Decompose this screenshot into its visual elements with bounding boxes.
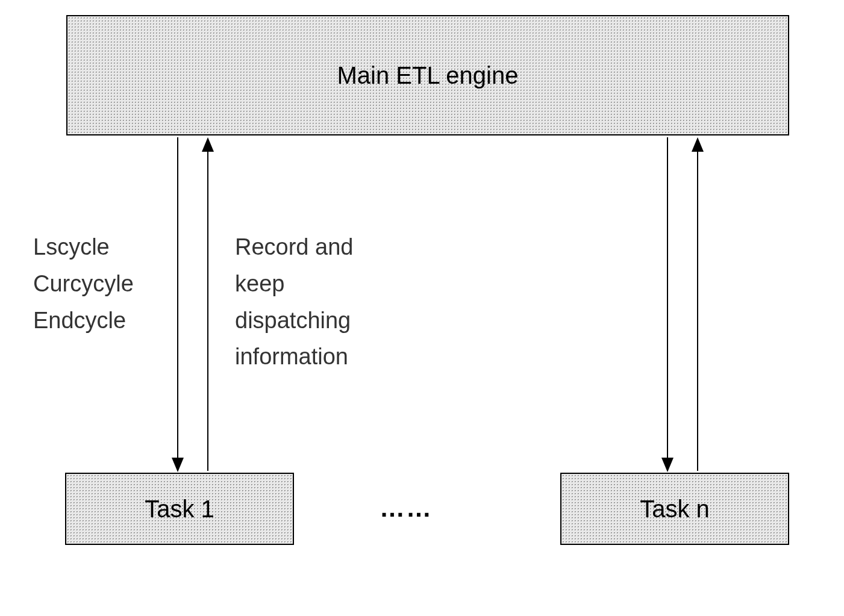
left-labels-group: Lscycle Curcycyle Endcycle bbox=[33, 229, 134, 338]
middle-labels-group: Record and keep dispatching information bbox=[235, 229, 353, 375]
dispatching-label: dispatching bbox=[235, 302, 353, 339]
task-n-label: Task n bbox=[640, 496, 710, 523]
task-1-box: Task 1 bbox=[65, 473, 294, 545]
curcycle-label: Curcycyle bbox=[33, 266, 134, 302]
main-etl-engine-label: Main ETL engine bbox=[337, 62, 519, 89]
task-1-label: Task 1 bbox=[145, 496, 214, 523]
keep-label: keep bbox=[235, 266, 353, 302]
endcycle-label: Endcycle bbox=[33, 302, 134, 339]
ellipsis-label: …… bbox=[380, 494, 433, 523]
information-label: information bbox=[235, 338, 353, 375]
diagram-container: Main ETL engine Task 1 Task n …… Lscycle… bbox=[0, 0, 844, 616]
record-and-label: Record and bbox=[235, 229, 353, 266]
main-etl-engine-box: Main ETL engine bbox=[66, 15, 789, 135]
task-n-box: Task n bbox=[560, 473, 789, 545]
lscycle-label: Lscycle bbox=[33, 229, 134, 266]
